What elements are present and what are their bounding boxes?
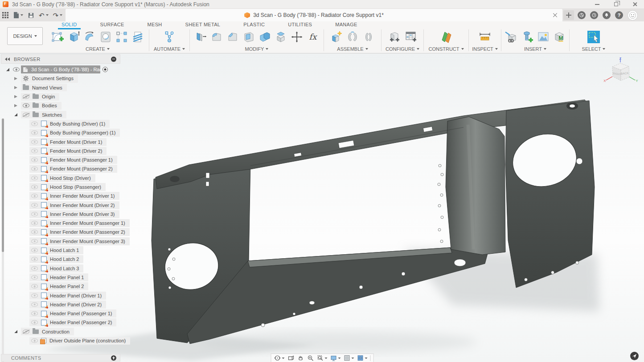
help-button[interactable]: ? [615,11,623,19]
visibility-eye-icon[interactable] [31,167,38,171]
select-menu[interactable]: SELECT [582,46,606,53]
automate-menu[interactable]: AUTOMATE [154,46,185,53]
tab-manage[interactable]: MANAGE [324,22,369,28]
browser-scrollbar-thumb[interactable] [2,118,4,252]
collapse-panel-icon[interactable] [5,57,10,61]
tree-row-sketch[interactable]: Hood Stop (Driver) [1,174,120,183]
user-avatar[interactable] [628,10,638,20]
zoom-button[interactable] [306,354,315,362]
expand-icon[interactable] [14,330,17,333]
pan-button[interactable] [296,354,305,362]
visibility-eye-icon[interactable] [31,158,38,162]
viewport-canvas[interactable]: Z X Y RIGHT BACK BROWSER 3d Scan - G Bod… [0,53,644,362]
restore-button[interactable] [607,0,625,8]
tree-row-sketch[interactable]: Hood Latch 3 [1,264,120,273]
document-tab[interactable]: 3d Scan - G Body ('78-'88) - Radiator Co… [66,9,562,21]
expand-icon[interactable] [14,77,17,80]
grid-settings-button[interactable] [342,354,355,362]
insert-mcmaster-button[interactable]: M [552,29,567,45]
look-at-button[interactable] [286,354,295,362]
tree-row-sketch[interactable]: Header Panel (Passenger 2) [1,318,120,327]
configuration-button[interactable] [387,29,402,45]
expand-icon[interactable] [14,104,17,107]
tree-row-sketch[interactable]: Header Panel 1 [1,273,120,282]
tab-plastic[interactable]: PLASTIC [232,22,276,28]
tree-row-sketch[interactable]: Inner Fender Mount (Driver 1) [1,191,120,200]
tree-row-sketch[interactable]: Hood Latch 1 [1,246,120,255]
expand-icon[interactable] [14,86,17,89]
visibility-eye-icon[interactable] [31,212,38,216]
extrude-button[interactable] [66,29,81,45]
minimize-button[interactable] [588,0,607,8]
joint-button[interactable] [345,29,360,45]
visibility-eye-icon[interactable] [31,248,38,252]
tree-row-sketch[interactable]: Body Bushing (Passenger) (1) [1,128,120,137]
tree-row-sketch[interactable]: Inner Fender Mount (Passenger 2) [1,228,120,236]
tree-row-construction[interactable]: Construction [1,327,120,336]
create-sketch-button[interactable] [50,29,65,45]
visibility-eye-icon[interactable] [31,293,38,298]
configuration-table-button[interactable] [403,29,418,45]
visibility-eye-icon[interactable] [31,239,38,244]
new-component-button[interactable] [329,29,344,45]
viewports-button[interactable] [356,354,368,362]
tab-utilities[interactable]: UTILITIES [276,22,324,28]
tab-surface[interactable]: SURFACE [89,22,136,28]
offset-face-button[interactable] [273,29,288,45]
assistant-button[interactable] [630,352,639,360]
tab-mesh[interactable]: MESH [136,22,174,28]
tree-row-sketch[interactable]: Fender Mount (Passenger 2) [1,164,120,173]
display-settings-button[interactable] [329,354,341,362]
visibility-eye-icon[interactable] [31,275,38,280]
visibility-eye-off-icon[interactable] [23,329,29,334]
automate-button[interactable] [162,29,177,45]
undo-button[interactable]: ↶ [37,9,51,21]
notifications-button[interactable] [603,11,611,19]
close-button[interactable] [625,0,644,8]
visibility-eye-icon[interactable] [31,149,38,153]
tree-row-sketch[interactable]: Fender Mount (Passenger 1) [1,155,120,164]
visibility-eye-icon[interactable] [31,194,38,198]
tree-row-sketch[interactable]: Header Panel (Driver 2) [1,300,120,309]
tab-sheet-metal[interactable]: SHEET METAL [174,22,232,28]
browser-minimize-icon[interactable] [111,57,116,62]
activate-component-radio[interactable] [103,67,108,72]
tree-row-document-settings[interactable]: Document Settings [1,74,120,83]
expand-icon[interactable] [6,68,9,71]
assemble-menu[interactable]: ASSEMBLE [337,46,368,53]
insert-fastener-button[interactable] [520,29,535,45]
app-grid-button[interactable] [0,9,11,21]
orbit-button[interactable] [273,354,285,362]
visibility-eye-icon[interactable] [31,140,38,144]
fillet-button[interactable] [209,29,224,45]
visibility-eye-icon[interactable] [31,311,38,316]
hole-button[interactable] [98,29,113,45]
change-parameters-button[interactable]: fx [305,29,320,45]
measure-button[interactable] [477,29,493,45]
tree-row-sketch[interactable]: Hood Stop (Passenger) [1,183,120,191]
visibility-eye-icon[interactable] [31,221,38,225]
tab-solid[interactable]: SOLID [50,22,89,28]
visibility-eye-icon[interactable] [31,302,38,307]
document-tab-close-icon[interactable] [553,12,558,18]
visibility-eye-icon[interactable] [31,320,38,325]
chamfer-button[interactable] [225,29,240,45]
zoom-window-button[interactable] [316,354,328,362]
visibility-eye-icon[interactable] [23,103,29,108]
design-workspace-button[interactable]: DESIGN [7,27,43,45]
visibility-eye-icon[interactable] [31,176,38,180]
visibility-eye-icon[interactable] [31,284,38,289]
tree-row-sketch[interactable]: Inner Fender Mount (Passenger 3) [1,237,120,246]
add-comment-icon[interactable] [111,355,116,361]
tree-row-construction-plane[interactable]: Driver Outside Plane (construction) [1,336,120,345]
expand-icon[interactable] [14,95,17,98]
save-button[interactable] [25,9,37,21]
insert-menu[interactable]: INSERT [524,46,546,53]
tree-row-sketch[interactable]: Inner Fender Mount (Driver 3) [1,210,120,219]
browser-scrollbar[interactable] [2,118,4,362]
shell-button[interactable] [241,29,256,45]
job-status-button[interactable] [590,11,598,19]
expand-icon[interactable] [14,113,17,116]
view-cube[interactable]: Z X Y RIGHT BACK [602,56,640,91]
visibility-eye-icon[interactable] [31,203,38,207]
